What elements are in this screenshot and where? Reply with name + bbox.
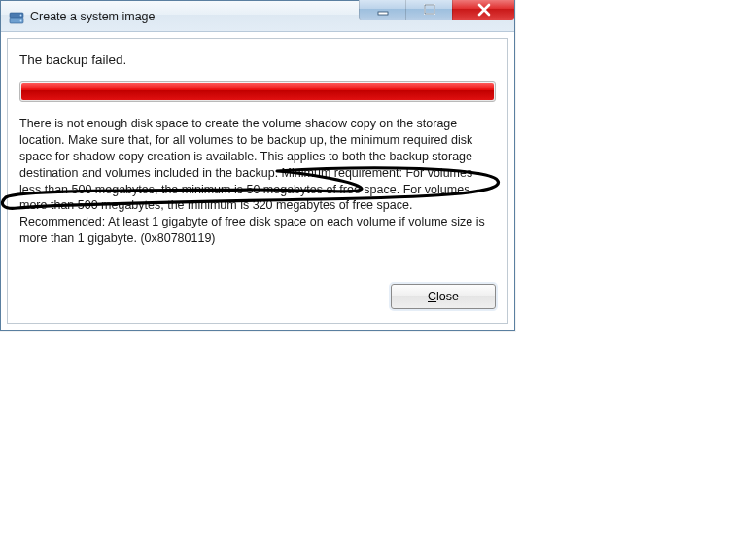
window-controls [359,0,514,20]
progress-fill-error [21,83,494,100]
app-icon [9,9,24,24]
button-row: Close [19,284,496,309]
maximize-icon [423,3,436,17]
svg-point-3 [20,19,22,21]
svg-rect-6 [425,5,434,14]
titlebar: Create a system image [1,1,514,32]
inner-panel: The backup failed. There is not enough d… [7,38,508,324]
dialog-window: Create a system image The backup [0,0,515,331]
close-window-button[interactable] [452,0,514,20]
svg-rect-4 [378,12,388,15]
svg-point-2 [20,14,22,16]
minimize-button[interactable] [359,0,405,20]
window-title: Create a system image [30,10,156,23]
minimize-icon [376,3,390,17]
error-message: There is not enough disk space to create… [19,116,496,247]
close-icon [476,3,492,17]
maximize-button[interactable] [405,0,452,20]
headline-text: The backup failed. [19,52,496,67]
svg-rect-5 [425,5,434,14]
content-area: The backup failed. There is not enough d… [1,32,514,330]
progress-bar [19,81,496,102]
close-button[interactable]: Close [391,284,496,309]
